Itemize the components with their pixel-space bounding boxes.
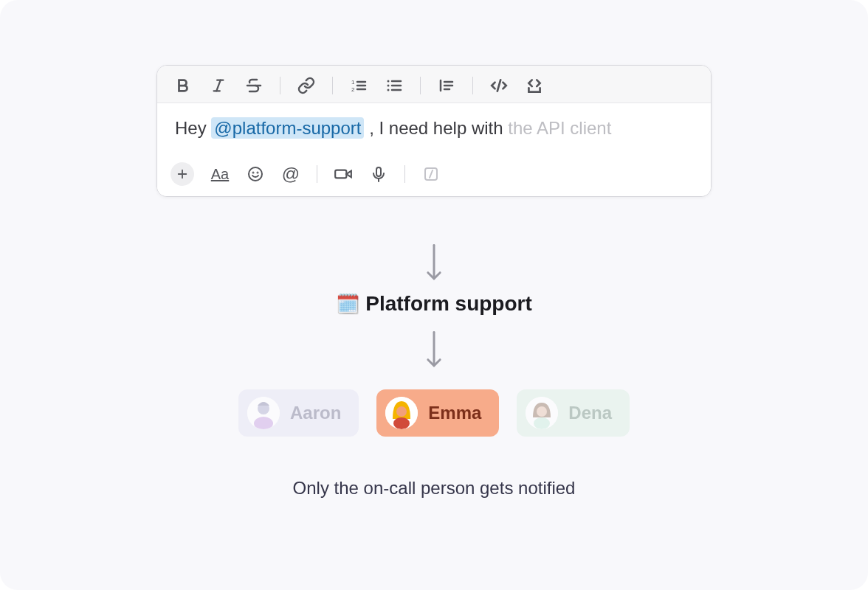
svg-line-2	[216, 80, 221, 91]
bold-icon[interactable]	[173, 76, 193, 95]
svg-line-30	[430, 170, 433, 178]
toolbar-divider	[280, 77, 280, 94]
avatar	[385, 397, 418, 429]
svg-line-19	[497, 80, 500, 91]
audio-icon[interactable]	[369, 164, 388, 184]
schedule-label: 🗓️ Platform support	[0, 292, 868, 316]
svg-rect-25	[335, 170, 346, 178]
svg-point-41	[534, 417, 550, 429]
message-prefix: Hey	[175, 118, 211, 138]
svg-text:1: 1	[351, 79, 355, 86]
svg-point-24	[258, 173, 258, 173]
bullet-list-icon[interactable]	[385, 76, 404, 95]
emoji-icon[interactable]	[246, 164, 265, 184]
message-suffix-fade: the API client	[508, 118, 611, 138]
strikethrough-icon[interactable]	[244, 76, 264, 95]
diagram-canvas: 12 Hey @platform-support , I need help w…	[0, 0, 868, 590]
svg-point-22	[249, 167, 262, 181]
user-name: Aaron	[290, 403, 341, 423]
message-input[interactable]: Hey @platform-support , I need help with…	[157, 103, 711, 155]
message-composer: 12 Hey @platform-support , I need help w…	[156, 65, 712, 197]
avatar	[526, 397, 558, 429]
user-chip-aaron: Aaron	[238, 389, 359, 437]
user-chip-dena: Dena	[517, 389, 630, 437]
avatar	[247, 397, 280, 429]
mention-chip[interactable]: @platform-support	[211, 117, 364, 139]
arrow-down-icon	[0, 243, 868, 285]
text-format-icon[interactable]: Aa	[210, 164, 230, 184]
blockquote-icon[interactable]	[437, 76, 456, 95]
user-name: Emma	[428, 403, 481, 423]
action-toolbar: Aa @	[157, 155, 711, 196]
svg-point-40	[537, 406, 547, 417]
code-block-icon[interactable]	[525, 76, 544, 95]
calendar-icon: 🗓️	[336, 293, 359, 316]
user-chip-emma: Emma	[376, 389, 499, 437]
svg-point-23	[253, 173, 254, 173]
svg-text:2: 2	[351, 86, 355, 93]
message-suffix: , I need help with	[369, 118, 508, 138]
ordered-list-icon[interactable]: 12	[349, 76, 368, 95]
svg-point-14	[388, 89, 390, 91]
formatting-toolbar: 12	[157, 66, 711, 103]
user-name: Dena	[568, 403, 612, 423]
attach-plus-icon[interactable]	[170, 162, 194, 186]
mention-icon[interactable]: @	[281, 164, 300, 184]
schedule-title: Platform support	[365, 292, 532, 316]
shortcut-icon[interactable]	[421, 164, 441, 184]
code-icon[interactable]	[489, 76, 509, 95]
toolbar-divider	[317, 165, 317, 183]
svg-point-38	[393, 417, 410, 429]
toolbar-divider	[404, 165, 405, 183]
svg-point-37	[396, 406, 407, 417]
toolbar-divider	[420, 77, 421, 94]
arrow-down-icon	[0, 330, 868, 372]
users-row: Aaron Emma Dena	[0, 389, 868, 437]
svg-point-12	[388, 80, 390, 83]
italic-icon[interactable]	[209, 76, 228, 95]
svg-rect-27	[376, 167, 381, 176]
toolbar-divider	[332, 77, 333, 94]
svg-point-13	[388, 85, 390, 87]
toolbar-divider	[472, 77, 473, 94]
video-icon[interactable]	[334, 164, 353, 184]
caption: Only the on-call person gets notified	[0, 478, 868, 499]
link-icon[interactable]	[297, 76, 316, 95]
